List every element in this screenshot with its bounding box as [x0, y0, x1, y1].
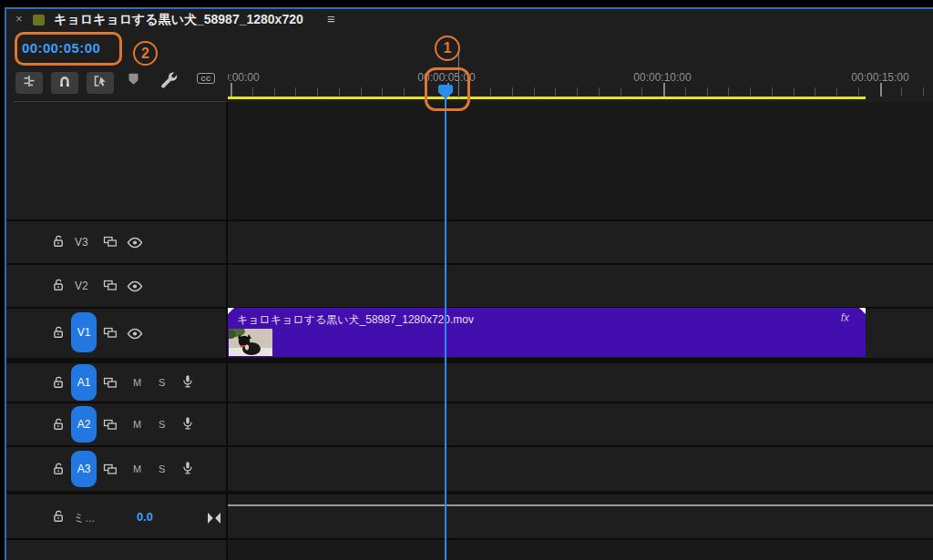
ruler-minor-tick — [641, 87, 642, 96]
solo-button-a3[interactable]: S — [159, 463, 165, 474]
sync-lock-icon[interactable] — [103, 418, 118, 435]
insert-overwrite-nest-button[interactable] — [15, 72, 43, 94]
video-clip[interactable]: キョロキョロする黒い犬_58987_1280x720.mov fx — [228, 308, 866, 357]
captions-button[interactable]: CC — [197, 73, 215, 84]
ruler-minor-tick — [599, 87, 600, 96]
mute-button-a2[interactable]: M — [133, 419, 141, 430]
ruler-minor-tick — [901, 87, 902, 96]
ruler-minor-tick — [252, 87, 253, 96]
fx-badge[interactable]: fx — [841, 311, 849, 324]
ruler-minor-tick — [772, 87, 773, 96]
ruler-minor-tick — [339, 87, 340, 96]
ruler-minor-tick — [685, 87, 686, 96]
sequence-tab-title[interactable]: キョロキョロする黒い犬_58987_1280x720 — [54, 12, 303, 28]
ruler-label: 00:00:10:00 — [633, 71, 691, 84]
marker-icon — [127, 72, 140, 90]
ruler-minor-tick — [512, 87, 513, 96]
solo-button-a1[interactable]: S — [159, 377, 165, 388]
track-label-v3[interactable]: V3 — [75, 236, 88, 249]
audio-master-divider — [6, 491, 933, 494]
ruler-minor-tick — [490, 87, 491, 96]
eye-icon[interactable] — [127, 236, 143, 252]
lane-a2[interactable] — [228, 403, 933, 445]
ruler-minor-tick — [836, 87, 837, 96]
eye-icon[interactable] — [127, 327, 143, 343]
master-volume-rubber-band[interactable] — [228, 504, 933, 506]
track-target-button-a3[interactable]: A3 — [71, 451, 97, 487]
ruler-minor-tick — [923, 87, 924, 96]
ruler-minor-tick — [274, 87, 275, 96]
track-target-button-v1[interactable]: V1 — [71, 312, 97, 352]
lane-v2[interactable] — [228, 265, 933, 307]
microphone-icon[interactable] — [180, 416, 195, 435]
solo-button-a2[interactable]: S — [159, 419, 165, 430]
add-marker-button[interactable] — [127, 72, 140, 90]
lock-icon[interactable] — [52, 375, 65, 393]
track-target-button-a2[interactable]: A2 — [71, 406, 97, 443]
clip-corner-notch-left — [228, 308, 234, 314]
panel-menu-icon[interactable]: ≡ — [327, 11, 335, 26]
row-separator — [6, 402, 933, 403]
mute-button-a3[interactable]: M — [133, 463, 141, 474]
lock-icon[interactable] — [52, 509, 65, 527]
nest-icon — [22, 74, 36, 92]
sync-lock-icon[interactable] — [103, 463, 118, 480]
snap-button[interactable] — [51, 72, 78, 94]
microphone-icon[interactable] — [180, 461, 195, 480]
playhead-line[interactable] — [445, 85, 446, 560]
lock-icon[interactable] — [52, 234, 65, 252]
annotation-number-1: 1 — [435, 36, 460, 61]
track-target-button-a1[interactable]: A1 — [71, 364, 97, 401]
clip-corner-notch-right — [859, 308, 866, 314]
annotation-box-playhead — [425, 67, 470, 111]
ruler-minor-tick — [534, 87, 535, 96]
ruler-minor-tick — [750, 87, 751, 96]
mute-button-a1[interactable]: M — [133, 377, 141, 388]
row-separator — [6, 219, 933, 221]
ruler-minor-tick — [577, 87, 578, 96]
master-track-label[interactable]: ミ... — [73, 510, 95, 526]
ruler-minor-tick — [295, 87, 296, 96]
magnet-icon — [57, 74, 72, 92]
keyframe-bowtie-icon[interactable] — [208, 511, 220, 527]
tab-close-icon[interactable]: × — [15, 12, 23, 25]
row-separator — [6, 538, 933, 540]
row-separator — [6, 445, 933, 447]
lane-master[interactable] — [228, 494, 933, 538]
video-audio-divider — [6, 358, 933, 363]
lane-a3[interactable] — [228, 447, 933, 491]
track-label-v2[interactable]: V2 — [75, 280, 88, 292]
ruler-minor-tick — [794, 87, 795, 96]
ruler-major-tick — [231, 83, 232, 97]
lock-icon[interactable] — [52, 278, 65, 296]
ruler-minor-tick — [317, 87, 318, 96]
sync-lock-icon[interactable] — [103, 376, 118, 393]
panel-focus-border-top — [5, 7, 933, 9]
sync-lock-icon[interactable] — [103, 326, 118, 343]
ruler-major-tick — [663, 83, 665, 97]
linked-selection-button[interactable] — [87, 72, 114, 94]
annotation-box-timecode — [15, 32, 122, 66]
master-level-value[interactable]: 0.0 — [137, 510, 153, 524]
sync-lock-icon[interactable] — [103, 235, 118, 252]
ruler-label: 00:00:15:00 — [851, 71, 908, 84]
ruler-minor-tick — [361, 87, 362, 96]
ruler-minor-tick — [382, 87, 383, 96]
ruler-minor-tick — [815, 87, 815, 96]
clip-title: キョロキョロする黒い犬_58987_1280x720.mov — [237, 312, 474, 328]
work-area-bar[interactable] — [228, 97, 866, 99]
microphone-icon[interactable] — [180, 374, 195, 393]
lock-icon[interactable] — [52, 325, 65, 343]
lock-icon[interactable] — [52, 417, 65, 435]
eye-icon[interactable] — [127, 280, 143, 296]
lane-a1[interactable] — [228, 363, 933, 402]
clip-thumbnail — [229, 329, 272, 356]
ruler-minor-tick — [620, 87, 621, 96]
wrench-icon — [159, 70, 179, 94]
timeline-panel: × キョロキョロする黒い犬_58987_1280x720 ≡ 00:00:05:… — [0, 0, 933, 560]
lock-icon[interactable] — [52, 462, 65, 480]
sync-lock-icon[interactable] — [103, 279, 118, 296]
timeline-display-settings-button[interactable] — [159, 70, 179, 94]
lane-v3[interactable] — [228, 221, 933, 263]
ruler-minor-tick — [858, 87, 859, 96]
